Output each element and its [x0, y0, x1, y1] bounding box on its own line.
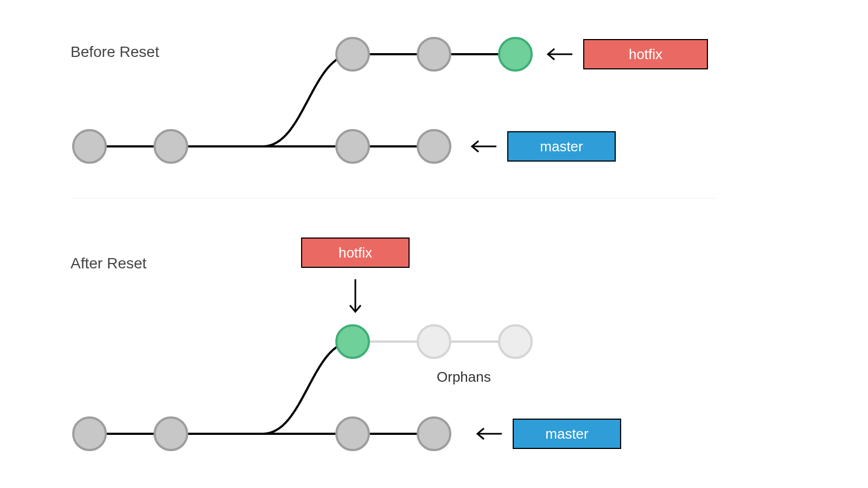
- arrow-hotfix-before: [548, 49, 572, 60]
- commit-master-after-3: [418, 418, 450, 450]
- arrow-hotfix-after: [350, 279, 361, 312]
- commit-hotfix-before-0: [336, 38, 369, 70]
- edge-fork-after: [263, 342, 353, 434]
- commit-master-before-2: [336, 130, 369, 163]
- commit-orphan-0: [418, 325, 450, 358]
- git-reset-diagram: Before Reset After Reset hotfix master h…: [0, 0, 868, 488]
- diagram-canvas: [0, 0, 868, 488]
- commit-master-after-2: [336, 418, 369, 450]
- commit-hotfix-after-head: [336, 325, 369, 358]
- arrow-master-before: [472, 141, 496, 152]
- commit-master-after-1: [155, 418, 187, 450]
- commit-master-before-0: [73, 130, 106, 163]
- commit-hotfix-before-head: [499, 38, 532, 70]
- commit-orphan-1: [499, 325, 532, 358]
- commit-master-before-3: [418, 130, 450, 163]
- edge-fork-before: [263, 54, 353, 146]
- commit-master-after-0: [73, 418, 106, 450]
- commit-hotfix-before-1: [418, 38, 450, 70]
- arrow-master-after: [477, 428, 502, 439]
- commit-master-before-1: [155, 130, 187, 163]
